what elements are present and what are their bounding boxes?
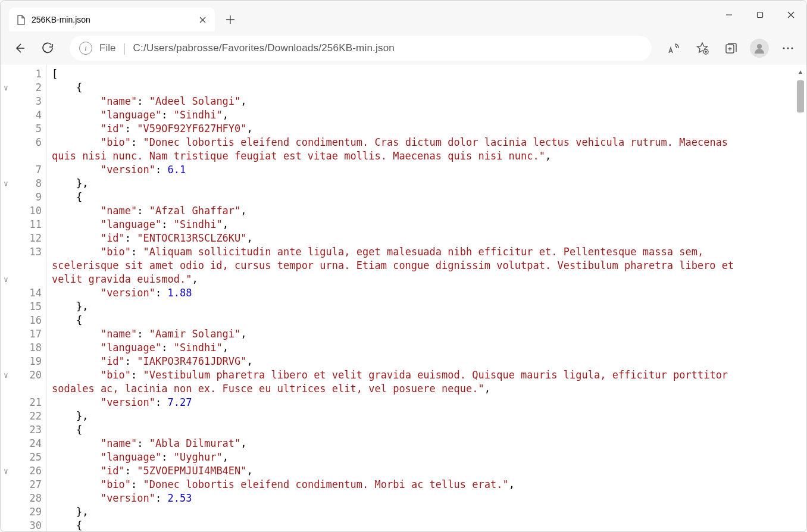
favorites-icon[interactable] — [690, 36, 715, 61]
scroll-thumb[interactable] — [797, 80, 804, 112]
scroll-up-arrow[interactable]: ▲ — [796, 67, 805, 76]
svg-point-5 — [787, 47, 789, 49]
svg-point-3 — [757, 44, 762, 49]
browser-tab[interactable]: 256KB-min.json — [9, 8, 215, 32]
profile-button[interactable] — [747, 36, 772, 61]
close-window-button[interactable] — [775, 3, 806, 27]
svg-point-4 — [783, 47, 784, 49]
read-aloud-icon[interactable] — [661, 36, 686, 61]
fold-toggle[interactable]: ∨ — [1, 368, 11, 382]
fold-toggle[interactable]: ∨ — [1, 464, 11, 478]
refresh-button[interactable] — [35, 36, 60, 61]
toolbar: i File | C:/Users/pabrosse/Favorites/Dow… — [1, 32, 806, 65]
svg-point-6 — [791, 47, 793, 49]
tab-close-button[interactable] — [197, 14, 208, 25]
code-area[interactable]: [ { "name": "Adeel Solangi", "language":… — [47, 65, 740, 531]
collections-icon[interactable] — [718, 36, 743, 61]
fold-toggle[interactable]: ∨ — [1, 273, 11, 286]
new-tab-button[interactable] — [220, 9, 241, 30]
json-viewer: ∨∨∨∨∨ 123456 78910111213 14151617181920 … — [1, 65, 806, 531]
menu-button[interactable] — [775, 36, 800, 61]
address-bar[interactable]: i File | C:/Users/pabrosse/Favorites/Dow… — [70, 36, 652, 61]
scrollbar[interactable]: ▲ — [797, 66, 805, 532]
maximize-button[interactable] — [745, 3, 775, 27]
back-button[interactable] — [7, 36, 32, 61]
avatar-icon — [750, 39, 769, 58]
info-icon[interactable]: i — [79, 42, 92, 55]
address-scheme-label: File — [99, 42, 115, 54]
tab-strip: 256KB-min.json — [1, 1, 806, 32]
document-icon — [16, 15, 26, 24]
address-separator: | — [123, 42, 126, 55]
fold-toggle[interactable]: ∨ — [1, 177, 11, 190]
svg-rect-0 — [758, 12, 763, 18]
minimize-button[interactable] — [714, 3, 745, 27]
tab-title: 256KB-min.json — [32, 15, 191, 24]
fold-gutter[interactable]: ∨∨∨∨∨ — [1, 67, 11, 532]
address-path: C:/Users/pabrosse/Favorites/Downloads/25… — [133, 42, 395, 54]
window-controls — [714, 1, 806, 29]
fold-toggle[interactable]: ∨ — [1, 81, 11, 95]
